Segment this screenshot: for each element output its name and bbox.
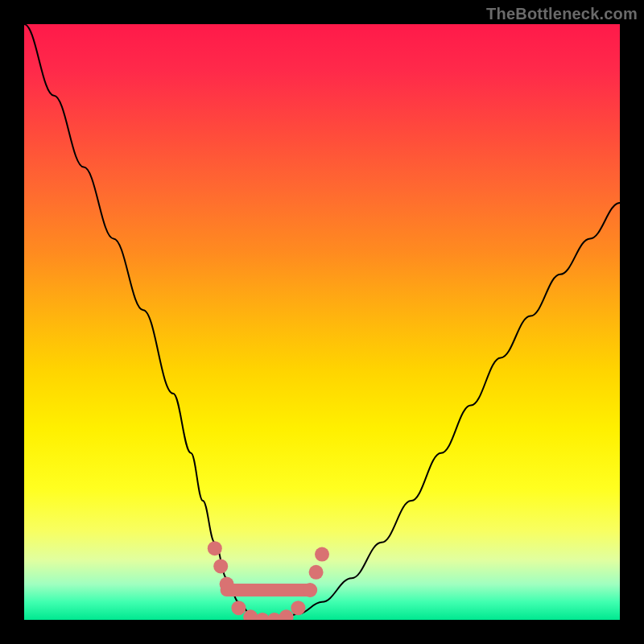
marker-dot (309, 565, 324, 580)
plot-area (24, 24, 620, 620)
chart-frame: TheBottleneck.com (0, 0, 644, 644)
curve-left (24, 24, 262, 620)
marker-dot (208, 541, 222, 555)
marker-dot (213, 559, 228, 573)
marker-dot (303, 583, 317, 597)
curve-svg (24, 24, 620, 620)
watermark-text: TheBottleneck.com (486, 5, 638, 23)
marker-dot (220, 577, 234, 592)
marker-dot (291, 601, 305, 615)
marker-dot (315, 547, 329, 562)
marker-dot (231, 601, 246, 615)
marker-dot (279, 609, 294, 620)
